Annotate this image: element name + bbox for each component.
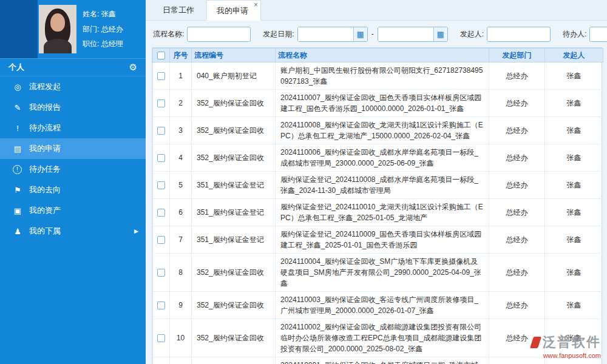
sidebar-item-label: 待办流程 [29,123,61,133]
header-initiator: 发起人 [545,49,603,62]
process-name[interactable]: 2024110002_履约保证金回收_成都能源建设集团投资有限公司临时办公场所装… [276,319,489,357]
initiating-dept: 总经办 [489,199,545,226]
process-name[interactable]: 2024110001_履约保证金回收_名都天府城项目二期_珠海市城市规划设计院_… [276,357,489,364]
profile-name: 姓名: 张鑫 [83,7,123,22]
assignee-label: 待办人: [563,29,586,39]
assignee-input[interactable] [589,27,607,42]
sidebar-item-label: 我的去向 [29,184,61,195]
row-checkbox[interactable] [157,209,165,217]
sidebar-item-my-assets[interactable]: ▣ 我的资产 [0,200,146,221]
initiator: 张鑫 [545,226,603,254]
table-row: 5 351_履约保证金登记 履约保证金登记_2024110008_成都水岸华庭名… [153,172,603,199]
calendar-icon[interactable]: ▦ [353,27,367,41]
pending-process-icon: ! [12,124,23,133]
row-index: 11 [170,357,192,364]
row-index: 7 [170,226,192,254]
row-index: 2 [170,90,192,117]
start-date-input[interactable] [298,27,353,41]
initiator: 张鑫 [545,254,603,292]
main-content: 日常工作 我的申请 × 流程名称: 发起日期: ▦ - ▦ 发起人: 待 [146,0,607,364]
table-row: 2 352_履约保证金回收 2024110007_履约保证金回收_国色天香项目实… [153,90,603,117]
tab-label: 日常工作 [163,5,194,16]
table-row: 7 351_履约保证金登记 履约保证金登记_2024110009_国色天香项目实… [153,226,603,254]
select-all-checkbox[interactable] [157,52,165,59]
initiating-dept: 总经办 [489,144,545,172]
initiator-input[interactable] [487,27,551,42]
sidebar: 姓名: 张鑫 部门: 总经办 职位: 总经理 个人 ⚙ ◎ 流程发起 ✎ 我的报… [0,0,146,364]
row-checkbox[interactable] [157,181,165,189]
header-code: 流程编号 [192,49,276,62]
process-name[interactable]: 履约保证金登记_2024110010_龙湖天街城1区设计采购施工（EPC）总承包… [276,199,489,226]
process-code: 352_履约保证金回收 [192,144,276,172]
sidebar-item-pending-tasks[interactable]: ! 待办任务 [0,159,146,180]
sidebar-item-process-initiate[interactable]: ◎ 流程发起 [0,76,146,97]
sidebar-item-label: 我的资产 [29,205,61,216]
date-separator: - [371,30,374,38]
tab-my-applications[interactable]: 我的申请 × [206,0,261,21]
process-code: 352_履约保证金回收 [192,117,276,144]
my-whereabouts-icon: ⚑ [12,186,23,195]
fanpu-logo-icon [530,337,541,348]
row-checkbox[interactable] [157,99,165,107]
process-name[interactable]: 2024110003_履约保证金回收_客运专线广州调度所装修项目_广州城市管理局… [276,292,489,319]
initiator: 张鑫 [545,172,603,199]
gear-icon[interactable]: ⚙ [129,62,137,73]
sidebar-item-my-subordinates[interactable]: ♟ 我的下属 ▶ [0,221,146,241]
row-checkbox[interactable] [157,269,165,277]
process-name-input[interactable] [187,27,251,42]
row-checkbox[interactable] [157,334,165,342]
initiating-dept: 总经办 [489,117,545,144]
initiator: 张鑫 [545,62,603,90]
process-code: 352_履约保证金回收 [192,90,276,117]
initiator: 张鑫 [545,292,603,319]
process-code: 352_履约保证金回收 [192,357,276,364]
chevron-right-icon: ▶ [134,228,138,234]
tab-bar: 日常工作 我的申请 × [146,0,607,21]
process-name-label: 流程名称: [153,29,184,39]
process-name[interactable]: 履约保证金登记_2024110009_国色天香项目实体样板房区域园建工程_张鑫_… [276,226,489,254]
process-code: 352_履约保证金回收 [192,319,276,357]
row-checkbox[interactable] [157,236,165,244]
sidebar-item-my-reports[interactable]: ✎ 我的报告 [0,97,146,118]
process-name[interactable]: 2024110007_履约保证金回收_国色天香项目实体样板房区域园建工程_国色天… [276,90,489,117]
calendar-icon[interactable]: ▦ [433,27,447,41]
sidebar-item-pending-process[interactable]: ! 待办流程 [0,118,146,138]
my-reports-icon: ✎ [12,103,23,112]
sidebar-item-my-whereabouts[interactable]: ⚑ 我的去向 [0,180,146,200]
row-checkbox[interactable] [157,302,165,309]
process-name[interactable]: 2024110004_履约保证金回收_SM广场地下车库更换摄像机及硬盘项目_SM… [276,254,489,292]
sidebar-item-label: 我的下属 [29,226,61,237]
process-code: 352_履约保证金回收 [192,254,276,292]
sidebar-item-label: 我的报告 [29,102,61,113]
process-name[interactable]: 账户期初_中国民生银行股份有限公司朝阳支行_627182738495092718… [276,62,489,90]
table-header-row: 序号 流程编号 流程名称 发起部门 发起人 [153,49,603,62]
end-date-input[interactable] [378,27,433,41]
watermark-brand: 泛普软件 [543,333,601,351]
row-checkbox[interactable] [157,72,165,80]
process-code: 040_账户期初登记 [192,62,276,90]
sidebar-item-label: 流程发起 [29,81,61,92]
header-no: 序号 [170,49,192,62]
initiating-dept: 总经办 [489,90,545,117]
process-name[interactable]: 2024110006_履约保证金回收_成都水岸华庭名苑项目一标段_成都城市管理局… [276,144,489,172]
tab-daily-work[interactable]: 日常工作 [153,0,206,20]
header-name: 流程名称 [276,49,489,62]
table-body: 1 040_账户期初登记 账户期初_中国民生银行股份有限公司朝阳支行_62718… [153,62,603,364]
profile-card: 姓名: 张鑫 部门: 总经办 职位: 总经理 [0,0,146,58]
tab-close-icon[interactable]: × [254,1,258,8]
row-index: 4 [170,144,192,172]
initiator: 张鑫 [545,144,603,172]
initiator-label: 发起人: [460,29,484,39]
row-index: 9 [170,292,192,319]
row-index: 10 [170,319,192,357]
sidebar-section-personal: 个人 ⚙ [0,58,146,76]
initiator: 张鑫 [545,199,603,226]
process-name[interactable]: 履约保证金登记_2024110008_成都水岸华庭名苑项目一标段_张鑫_2024… [276,172,489,199]
sidebar-item-label: 我的申请 [29,143,61,154]
row-checkbox[interactable] [157,127,165,135]
row-index: 8 [170,254,192,292]
initiator: 张鑫 [545,90,603,117]
sidebar-item-my-applications[interactable]: ▤ 我的申请 [0,138,146,159]
process-name[interactable]: 2024110008_履约保证金回收_龙湖天街城1区设计采购施工（EPC）总承包… [276,117,489,144]
row-checkbox[interactable] [157,154,165,162]
